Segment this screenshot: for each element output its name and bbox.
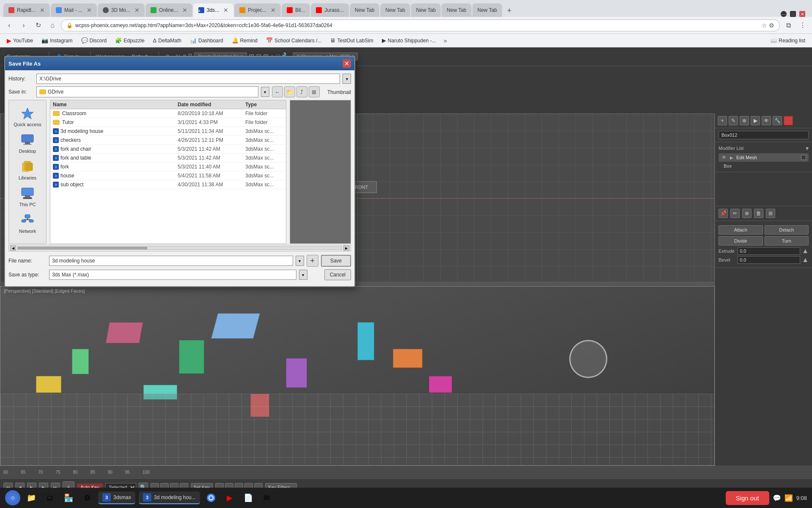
bookmark-discord[interactable]: 💬 Discord <box>78 36 110 45</box>
close-browser-btn[interactable]: ✕ <box>799 11 805 17</box>
tab-close-3dmo[interactable]: ✕ <box>134 7 140 14</box>
minimize-btn[interactable]: — <box>781 11 787 17</box>
nav-desktop-label: Desktop <box>19 149 36 154</box>
tab-newtab2[interactable]: New Tab <box>380 3 410 17</box>
filetype-input[interactable] <box>49 270 296 280</box>
taskbar-chat-icon[interactable]: 💬 <box>773 494 781 502</box>
scroll-right-btn[interactable]: ▶ <box>343 246 349 251</box>
tab-newtab3[interactable]: New Tab <box>411 3 441 17</box>
extensions-btn[interactable]: ⧉ <box>782 19 794 31</box>
nav-desktop[interactable]: Desktop <box>11 130 44 155</box>
file-row-house[interactable]: 3 house 5/4/2021 11:58 AM 3dsMax sc... <box>50 171 286 180</box>
signout-btn[interactable]: Sign out <box>726 491 769 505</box>
file-row-checkers[interactable]: 3 checkers 4/26/2021 12:11 PM 3dsMax sc.… <box>50 136 286 145</box>
filename-input[interactable] <box>49 256 293 266</box>
taskbar-3d-modeling-house-app[interactable]: 3 3d modeling hou... <box>139 491 200 504</box>
bookmark-dashboard[interactable]: 📊 Dashboard <box>187 36 227 45</box>
file-row-fork-and-table[interactable]: 3 fork and table 5/3/2021 11:42 AM 3dsMa… <box>50 154 286 163</box>
savein-view-btn[interactable]: ⊞ <box>309 86 320 97</box>
bookmark-reading-list[interactable]: 📖 Reading list <box>767 36 809 45</box>
edpuzzle-icon: 🧩 <box>115 37 122 44</box>
taskbar-file-btn[interactable]: 📁 <box>24 490 39 505</box>
file-row-sub-object[interactable]: 3 sub object 4/30/2021 11:38 AM 3dsMax s… <box>50 180 286 189</box>
filename-plus-btn[interactable]: + <box>307 255 318 267</box>
savein-upload-btn[interactable]: ⤴ <box>296 86 307 97</box>
scroll-track[interactable] <box>17 246 342 250</box>
savein-back-btn[interactable]: ← <box>272 86 283 97</box>
svg-point-19 <box>209 496 213 500</box>
tab-3ds[interactable]: 3 3ds... ✕ <box>193 3 233 17</box>
nav-quick-access[interactable]: Quick access <box>11 104 44 129</box>
tab-newtab1[interactable]: New Tab <box>350 3 379 17</box>
dialog-close-btn[interactable]: ✕ <box>343 59 351 68</box>
taskbar-chrome-btn[interactable] <box>203 490 219 505</box>
back-btn[interactable]: ‹ <box>3 19 15 31</box>
file-row-3d-modeling-house[interactable]: 3 3d modeling house 5/11/2021 11:34 AM 3… <box>50 127 286 136</box>
tab-bil[interactable]: Bil... <box>282 3 310 17</box>
history-input[interactable] <box>36 74 340 84</box>
extension-icon[interactable]: ⚙ <box>769 22 774 29</box>
save-btn[interactable]: Save <box>321 255 351 267</box>
tab-newtab5[interactable]: New Tab <box>472 3 502 17</box>
taskbar-wifi-icon[interactable]: 📶 <box>785 494 793 502</box>
taskbar-files-btn[interactable]: 🗂 <box>42 490 58 505</box>
address-bar[interactable]: 🔒 wcpss-phoenix.cameyo.net/app.html?appN… <box>61 19 780 31</box>
bookmark-youtube[interactable]: ▶ YouTube <box>3 36 36 45</box>
scroll-left-btn[interactable]: ◀ <box>10 246 16 251</box>
taskbar-docs-btn[interactable]: 📄 <box>241 490 256 505</box>
bookmark-naruto[interactable]: ▶ Naruto Shippuden -... <box>379 36 439 45</box>
maximize-btn[interactable]: □ <box>790 11 796 17</box>
file-type-3d-modeling-house: 3dsMax sc... <box>245 128 283 134</box>
bookmark-edpuzzle[interactable]: 🧩 Edpuzzle <box>112 36 148 45</box>
start-button[interactable]: ○ <box>5 490 20 505</box>
filetype-dropdown-btn[interactable]: ▾ <box>299 270 307 280</box>
new-tab-button[interactable]: + <box>503 4 516 17</box>
taskbar-gmail-btn[interactable]: ✉ <box>259 490 274 505</box>
menu-btn[interactable]: ⋮ <box>797 19 809 31</box>
savein-newfolder-btn[interactable]: 📁 <box>284 86 295 97</box>
bookmarks-more-btn[interactable]: » <box>441 37 450 44</box>
tab-jurass[interactable]: Jurass... <box>311 3 348 17</box>
tab-mail[interactable]: Mail - ... ✕ <box>51 3 97 17</box>
taskbar-store-btn[interactable]: 🏪 <box>61 490 76 505</box>
tab-online[interactable]: Online... ✕ <box>145 3 192 17</box>
filename-dropdown-btn[interactable]: ▾ <box>296 256 304 266</box>
bookmark-testout[interactable]: 🖥 TestOut LabSim <box>326 36 376 45</box>
tab-close-mail[interactable]: ✕ <box>87 7 92 14</box>
taskbar-youtube-btn[interactable]: ▶ <box>222 490 237 505</box>
nav-libraries[interactable]: Libraries <box>11 157 44 182</box>
file-icon-3d-modeling-house: 3 <box>53 128 59 134</box>
savein-input[interactable]: GDrive <box>36 86 258 97</box>
nav-this-pc[interactable]: This PC <box>11 184 44 209</box>
savein-dropdown-btn[interactable]: ▾ <box>261 87 269 97</box>
tab-rapidl[interactable]: Rapidl... ✕ <box>3 3 50 17</box>
forward-btn[interactable]: › <box>18 19 30 31</box>
tab-project[interactable]: Projec... ✕ <box>234 3 281 17</box>
taskbar-3dsmax-app[interactable]: 3 3dsmax <box>98 491 135 504</box>
bookmark-star-icon[interactable]: ☆ <box>762 22 767 29</box>
tab-close-project[interactable]: ✕ <box>271 7 276 14</box>
file-list[interactable]: Name Date modified Type Classroom 8/20/2… <box>50 100 286 244</box>
file-row-classroom[interactable]: Classroom 8/20/2019 10:18 AM File folder <box>50 109 286 118</box>
cancel-btn[interactable]: Cancel <box>324 269 351 280</box>
tab-close-3ds[interactable]: ✕ <box>223 7 228 14</box>
bookmark-remind[interactable]: 🔔 Remind <box>228 36 261 45</box>
scroll-thumb[interactable] <box>18 247 147 249</box>
taskbar-settings-btn[interactable]: ⚙ <box>80 490 95 505</box>
bookmark-deltamath[interactable]: Δ DeltaMath <box>150 36 185 45</box>
save-file-as-dialog: Save File As ✕ History: ▾ Save in: GDriv… <box>4 56 355 287</box>
tab-3dmo[interactable]: 3D Mo... ✕ <box>98 3 145 17</box>
tab-close-rapidl[interactable]: ✕ <box>40 7 45 14</box>
home-btn[interactable]: ⌂ <box>47 19 58 31</box>
bookmark-school-calendars[interactable]: 📅 School Calendars /... <box>263 36 325 45</box>
file-row-tutor[interactable]: Tutor 3/1/2021 4:33 PM File folder <box>50 118 286 127</box>
h-scrollbar[interactable]: ◀ ▶ <box>8 245 351 251</box>
history-dropdown-btn[interactable]: ▾ <box>343 74 351 84</box>
nav-network[interactable]: Network <box>11 210 44 235</box>
bookmark-instagram[interactable]: 📷 Instagram <box>38 36 76 45</box>
file-row-fork-and-chair[interactable]: 3 fork and chair 5/3/2021 11:42 AM 3dsMa… <box>50 145 286 154</box>
tab-newtab4[interactable]: New Tab <box>442 3 471 17</box>
reload-btn[interactable]: ↻ <box>32 19 44 31</box>
file-row-fork[interactable]: 3 fork 5/3/2021 11:40 AM 3dsMax sc... <box>50 163 286 171</box>
tab-close-online[interactable]: ✕ <box>182 7 187 14</box>
